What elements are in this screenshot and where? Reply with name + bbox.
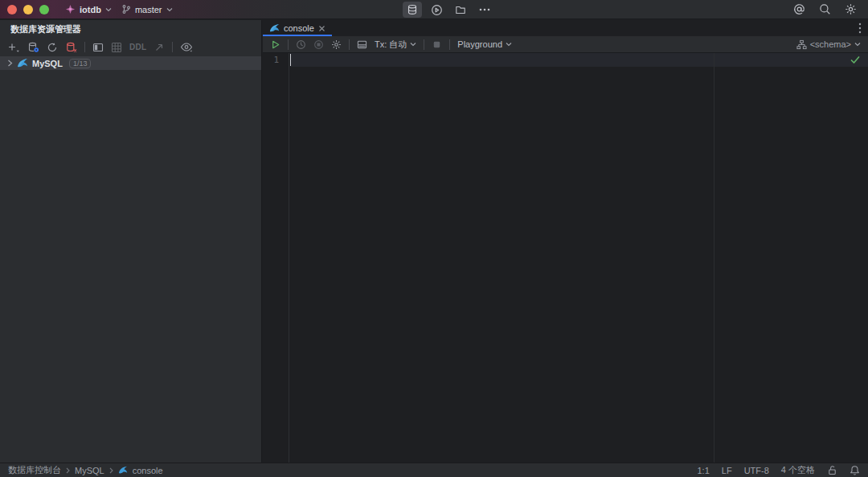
refresh-button[interactable] [47,42,58,53]
project-icon [65,4,76,14]
ai-assistant-button[interactable] [789,2,809,18]
git-branch-icon [121,4,131,14]
breadcrumb: 数据库控制台 MySQL console [8,464,163,476]
stop-button[interactable] [432,39,442,50]
line-separator-widget[interactable]: LF [722,466,732,475]
chevron-right-icon [66,467,70,474]
schema-icon [796,39,807,50]
chevron-down-icon [506,42,512,47]
execute-button[interactable] [270,39,280,50]
chevron-down-icon [410,42,416,47]
mysql-icon [269,23,280,33]
folder-icon [455,4,466,15]
add-datasource-button[interactable] [7,42,20,53]
active-tab-indicator [263,35,332,36]
datasource-tree: MySQL 1/13 [0,56,261,70]
close-window-button[interactable] [7,5,17,14]
readonly-toggle-button[interactable] [827,465,837,475]
minimize-window-button[interactable] [23,5,33,14]
search-icon [819,3,831,15]
mysql-icon [17,58,28,68]
tree-item-mysql[interactable]: MySQL 1/13 [0,56,261,70]
run-configurations-button[interactable] [427,2,446,18]
run-icon [431,4,443,16]
inline-results-button[interactable] [357,39,367,50]
tx-mode-label: Tx: 自动 [375,39,407,51]
console-toolbar: Tx: 自动 Playground <schema> [263,36,868,53]
toolbar-separator [449,39,450,50]
explorer-toolbar: DDL [0,39,261,56]
ai-assistant-icon [793,3,805,15]
more-tool-windows-button[interactable] [475,2,494,18]
view-options-button[interactable] [180,42,194,53]
code-editor[interactable]: 1 [263,53,868,463]
tab-label: console [284,23,314,33]
mysql-icon [118,466,128,475]
chevron-down-icon [105,7,112,12]
tree-item-badge: 1/13 [69,59,92,68]
ddl-button[interactable]: DDL [129,43,146,51]
open-console-button[interactable] [92,42,104,53]
cancel-query-button[interactable] [313,39,324,50]
project-widget[interactable]: iotdb [60,2,117,16]
inspections-ok-button[interactable] [850,56,860,64]
indent-widget[interactable]: 4 个空格 [781,464,815,476]
schema-select[interactable]: <schema> [796,39,861,50]
encoding-widget[interactable]: UTF-8 [744,466,769,475]
caret-line-highlight [290,53,868,67]
status-bar: 数据库控制台 MySQL console 1:1 LF UTF-8 4 个空格 [0,463,868,477]
breadcrumb-item[interactable]: console [133,466,163,475]
check-icon [850,56,860,64]
settings-icon [845,3,857,15]
datasource-properties-button[interactable] [27,42,39,53]
console-settings-button[interactable] [331,39,342,50]
chevron-right-icon [109,467,113,474]
disconnect-button[interactable] [65,42,77,53]
close-icon[interactable] [318,25,326,32]
chevron-down-icon [854,42,861,47]
maximize-window-button[interactable] [39,5,49,14]
search-everywhere-button[interactable] [815,2,834,18]
toolbar-separator [172,42,173,52]
caret-position-widget[interactable]: 1:1 [698,466,710,475]
schema-label: <schema> [810,39,851,49]
history-button[interactable] [296,39,306,50]
database-explorer-panel: 数据库资源管理器 DDL [0,20,262,463]
editor-area: console Tx: 自动 [263,20,868,463]
table-view-button[interactable] [111,42,122,53]
branch-name: master [135,5,162,14]
vcs-widget[interactable]: master [117,2,178,16]
settings-button[interactable] [841,2,860,18]
database-icon [407,4,418,15]
playground-label: Playground [457,39,502,49]
toolbar-separator [288,39,289,50]
toolbar-separator [424,39,424,50]
database-tool-button[interactable] [403,2,422,18]
chevron-right-icon[interactable] [7,60,13,67]
title-bar: iotdb master [0,0,868,19]
playground-select[interactable]: Playground [457,39,512,49]
toolbar-separator [349,39,350,50]
window-controls [0,5,49,14]
tab-options-button[interactable] [858,20,862,36]
text-cursor [290,54,291,66]
project-name: iotdb [80,5,101,14]
tab-bar: console [263,20,868,36]
editor-gutter: 1 [263,53,289,463]
tree-item-label: MySQL [32,59,63,68]
project-files-button[interactable] [451,2,470,18]
notifications-button[interactable] [850,465,860,475]
breadcrumb-item[interactable]: MySQL [75,466,104,475]
line-number: 1 [273,55,279,65]
jump-to-editor-button[interactable] [154,42,165,53]
more-icon [479,8,490,11]
breadcrumb-item[interactable]: 数据库控制台 [8,464,61,476]
chevron-down-icon [166,7,173,12]
tab-console[interactable]: console [263,20,332,36]
panel-title: 数据库资源管理器 [0,20,261,39]
toolbar-separator [84,42,85,52]
kebab-icon [858,23,862,34]
tx-mode-select[interactable]: Tx: 自动 [375,39,416,51]
right-margin-guide [714,53,714,463]
